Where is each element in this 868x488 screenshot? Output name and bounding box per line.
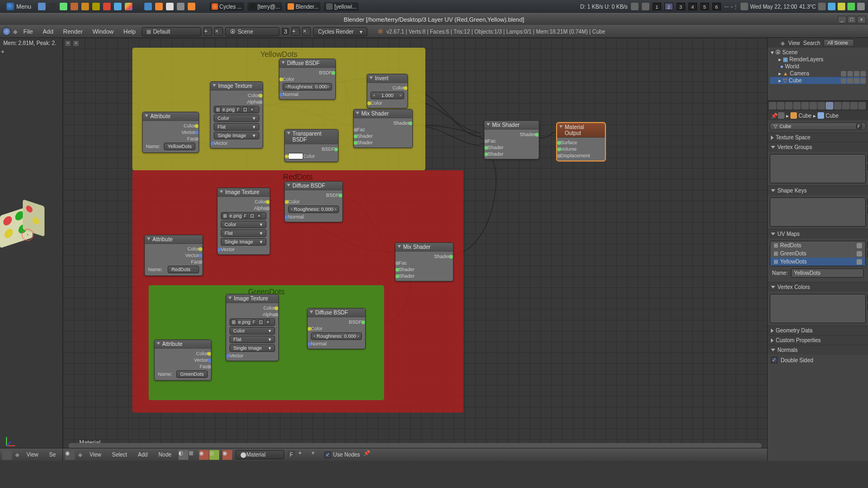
ne-menu-add[interactable]: Add	[134, 450, 151, 459]
uv-active-render-icon[interactable]	[857, 243, 862, 248]
uv-map-reddots[interactable]: ⊞RedDots	[770, 241, 865, 249]
region-plus-left2[interactable]: +	[73, 40, 79, 47]
section-uv-maps[interactable]: UV Maps	[768, 229, 868, 239]
node-imagetex-yellow[interactable]: Image Texture Color Alpha ⊞e.pngF⊡× Colo…	[210, 81, 263, 149]
app-icon-3[interactable]	[81, 3, 89, 10]
ne-opt-5[interactable]	[444, 450, 454, 460]
app-icon-1[interactable]	[60, 3, 67, 10]
viewport-editor-type[interactable]	[2, 450, 12, 460]
menu-window[interactable]: Window	[88, 27, 117, 36]
roughness-green[interactable]: ◂Roughness: 0.000▸	[311, 332, 362, 340]
outliner-search[interactable]: Search	[803, 40, 821, 46]
outliner-editor-type[interactable]	[770, 39, 777, 47]
transparent-color[interactable]	[288, 153, 303, 159]
uv-maps-list[interactable]: ⊞RedDots ⊞GreenDots ⊞YellowDots +−	[770, 241, 866, 266]
window-minimize[interactable]: _	[838, 16, 846, 23]
node-mix-red[interactable]: Mix Shader Shader Fac Shader Shader	[395, 242, 454, 281]
term-icon[interactable]	[49, 3, 56, 10]
tab-physics[interactable]	[858, 102, 866, 110]
task-terminal[interactable]: [terry@...	[247, 2, 282, 11]
mat-add[interactable]: +	[298, 450, 308, 460]
render-engine-select[interactable]: Cycles Render▾	[313, 27, 367, 36]
tab-scene[interactable]	[785, 102, 793, 110]
app-icon-5[interactable]	[103, 3, 111, 10]
tray-icon-4[interactable]	[177, 3, 184, 10]
invert-fac[interactable]: ◂1.000▸	[371, 92, 404, 99]
node-invert[interactable]: Invert Color ◂1.000▸ Color	[367, 74, 408, 108]
app-icon-7[interactable]	[125, 3, 132, 10]
workspace-5[interactable]: 5	[700, 3, 709, 10]
node-diffuse-red[interactable]: Diffuse BSDF BSDF Color ◂Roughness: 0.00…	[284, 181, 343, 222]
outliner-view[interactable]: View	[788, 40, 800, 46]
frame-reddots[interactable]: RedDots Attribute Color Vector Fac Name:…	[132, 170, 463, 413]
ne-menu-node[interactable]: Node	[155, 450, 175, 459]
node-diffuse-green[interactable]: Diffuse BSDF BSDF Color ◂Roughness: 0.00…	[307, 308, 366, 349]
clock[interactable]: Wed May 22, 12:00	[750, 4, 797, 10]
3d-viewport[interactable]: Mem: 2.81M, Peak: 2. + (1) Cube	[0, 38, 63, 461]
attribute-name-green[interactable]: GreenDots	[176, 370, 208, 378]
tray-r3[interactable]	[838, 3, 845, 10]
tray-r2[interactable]	[828, 3, 835, 10]
node-mix-yellow[interactable]: Mix Shader Shader Fac Shader Shader	[353, 109, 413, 148]
mat-remove[interactable]: ×	[311, 450, 321, 460]
section-normals[interactable]: Normals	[768, 345, 868, 355]
crumb-object[interactable]: Cube	[799, 113, 812, 119]
node-editor[interactable]: + +	[63, 38, 767, 461]
node-imagetex-red[interactable]: Image Texture Color Alpha ⊞e.pngF⊡× Colo…	[217, 188, 270, 255]
double-sided-check[interactable]: ✓Double Sided	[768, 355, 868, 365]
use-nodes-check[interactable]: ✓Use Nodes	[324, 452, 360, 458]
ne-opt-3[interactable]	[411, 450, 421, 460]
tray-r5[interactable]	[857, 3, 865, 10]
tray-icon-5[interactable]	[188, 3, 195, 10]
scene-remove[interactable]: ×	[302, 27, 311, 36]
frame-greendots[interactable]: GreenDots Attribute Color Vector Fac Nam…	[149, 285, 384, 400]
tree-type-shader[interactable]: ◐	[178, 450, 188, 460]
editor-type-info[interactable]	[2, 27, 11, 36]
crumb-data[interactable]: Cube	[826, 113, 839, 119]
section-custom-props[interactable]: Custom Properties	[768, 336, 868, 345]
node-attribute-green[interactable]: Attribute Color Vector Fac Name:GreenDot…	[154, 339, 212, 381]
uv-map-yellowdots[interactable]: ⊞YellowDots	[770, 258, 865, 266]
outliner-scene[interactable]: ▾⦿Scene	[770, 49, 866, 56]
workspace-3[interactable]: 3	[676, 3, 685, 10]
node-diffuse-yellow[interactable]: Diffuse BSDF BSDF Color ◂Roughness: 0.00…	[279, 59, 336, 100]
imgtex-projection[interactable]: Flat▾	[214, 123, 259, 131]
tab-modifiers[interactable]	[818, 102, 825, 110]
tree-type-4[interactable]: ◎	[209, 450, 219, 460]
window-titlebar[interactable]: Blender [/home/terry/Desktop/3 Layer UV …	[0, 13, 868, 25]
node-mix-final[interactable]: Mix Shader Shader Fac Shader Shader	[484, 120, 539, 159]
mesh-name-field[interactable]: ▽CubeF	[770, 123, 866, 130]
vertex-groups-list[interactable]: +−	[770, 154, 866, 183]
menu-render[interactable]: Render	[59, 27, 86, 36]
region-plus-left[interactable]: +	[65, 40, 71, 47]
workspace-1[interactable]: 1	[653, 3, 661, 10]
ne-opt-4[interactable]	[431, 450, 441, 460]
material-select[interactable]: ⬤Material	[235, 450, 284, 459]
scene-select[interactable]: ⦿Scene	[225, 27, 279, 36]
attribute-name-yellow[interactable]: YellowDots	[164, 143, 195, 150]
task-blender[interactable]: Blender...	[285, 2, 321, 11]
tab-render[interactable]	[769, 102, 776, 110]
node-attribute-yellow[interactable]: Attribute Color Vector Fac Name:YellowDo…	[142, 112, 199, 153]
outliner-world[interactable]: ●World	[770, 63, 866, 70]
node-material-output[interactable]: Material Output Surface Volume Displacem…	[557, 123, 605, 161]
tray-r4[interactable]	[847, 3, 855, 10]
roughness-yellow[interactable]: ◂Roughness: 0.000▸	[283, 83, 332, 91]
imgtex-colorspace[interactable]: Color▾	[214, 114, 259, 122]
attribute-name-red[interactable]: RedDots	[168, 266, 199, 273]
vp-menu-select[interactable]: Se	[46, 450, 60, 459]
shape-keys-list[interactable]: +−	[770, 197, 866, 227]
menu-file[interactable]: File	[20, 27, 37, 36]
mat-f-button[interactable]: F	[288, 451, 295, 459]
tab-layers[interactable]	[777, 102, 784, 110]
tab-constraints[interactable]	[809, 102, 817, 110]
workspace-6[interactable]: 6	[712, 3, 721, 10]
section-texture-space[interactable]: Texture Space	[768, 133, 868, 142]
tab-texture[interactable]	[842, 102, 850, 110]
node-imagetex-green[interactable]: Image Texture Color Alpha ⊞e.pngF⊡× Colo…	[226, 294, 279, 361]
menu-add[interactable]: Add	[39, 27, 58, 36]
tree-type-tex[interactable]: ◉	[199, 450, 209, 460]
tray-icon-1[interactable]	[144, 3, 152, 10]
section-vertex-groups[interactable]: Vertex Groups	[768, 143, 868, 152]
os-menu-button[interactable]: Menu	[3, 3, 35, 10]
